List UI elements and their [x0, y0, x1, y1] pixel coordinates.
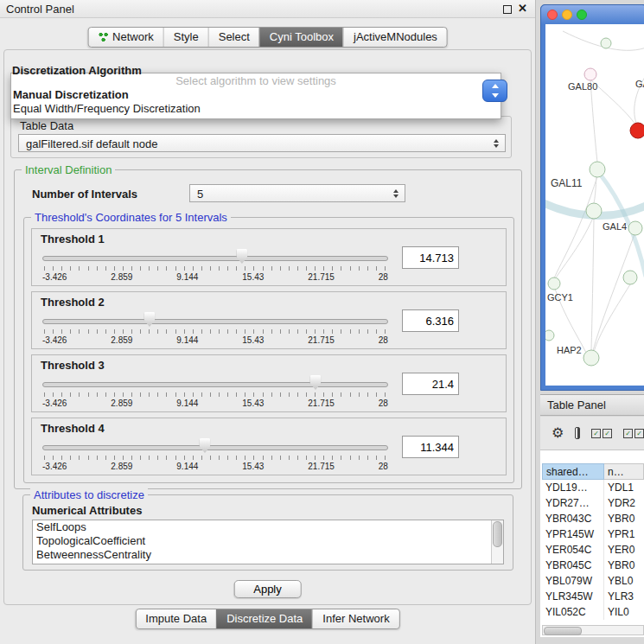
node[interactable]	[545, 330, 554, 341]
bottom-tab-infer-network[interactable]: Infer Network	[312, 609, 399, 628]
tick-label: -3.426	[42, 399, 67, 408]
tab-cyni-toolbox[interactable]: Cyni Toolbox	[259, 28, 343, 47]
traffic-lights	[547, 10, 587, 20]
dropdown-option-equal-width[interactable]: Equal Width/Frequency Discretization	[11, 102, 501, 116]
attributes-group: Attributes to discretize Numerical Attri…	[22, 494, 513, 571]
mac-minimize-icon[interactable]	[562, 10, 572, 20]
node-label-gcy1: GCY1	[547, 292, 573, 303]
node-gal11[interactable]	[590, 162, 605, 177]
threshold-slider[interactable]: -3.4262.8599.14415.4321.71528	[42, 248, 388, 284]
node[interactable]	[628, 221, 642, 235]
threshold-value-input[interactable]	[402, 436, 459, 458]
select-columns-icon[interactable]: ✓ ✓	[591, 429, 612, 438]
node[interactable]	[623, 271, 637, 284]
tab-jactivemnodules[interactable]: jActiveMNodules	[343, 28, 447, 47]
bottom-tab-discretize-data[interactable]: Discretize Data	[216, 609, 312, 628]
columns-icon[interactable]	[575, 427, 580, 439]
horizontal-scrollbar[interactable]	[542, 625, 644, 635]
node[interactable]	[601, 38, 611, 48]
mac-close-icon[interactable]	[547, 10, 558, 20]
threshold-group: Threshold 4 -3.4262.8599.14415.4321.7152…	[31, 418, 507, 475]
network-window-titlebar[interactable]	[541, 5, 644, 24]
threshold-value-input[interactable]	[402, 309, 459, 332]
slider-ticks	[44, 392, 386, 397]
apply-button[interactable]: Apply	[233, 580, 302, 598]
control-panel-titlebar[interactable]: Control Panel ✕	[0, 0, 535, 18]
network-tab-icon	[98, 32, 108, 42]
gear-icon[interactable]: ⚙	[552, 426, 564, 440]
table-data-label: Table Data	[20, 119, 73, 132]
table-cell: YDR2	[604, 495, 644, 511]
table-cell: YDL19…	[542, 480, 604, 495]
tick-label: 15.43	[242, 335, 264, 345]
threshold-value-input[interactable]	[402, 246, 459, 269]
slider-tick-labels: -3.4262.8599.14415.4321.71528	[42, 272, 388, 282]
table-data-combobox[interactable]: galFiltered.sif default node	[18, 134, 506, 152]
bottom-tab-impute-data[interactable]: Impute Data	[136, 609, 216, 628]
tick-label: -3.426	[42, 272, 67, 282]
select-all-columns-icon[interactable]: ✓ ✓	[623, 429, 644, 438]
table-row[interactable]: YPR145WYPR1	[542, 526, 644, 542]
scrollbar-thumb[interactable]	[493, 521, 502, 547]
table-row[interactable]: YER054CYER0	[542, 542, 644, 558]
threshold-slider[interactable]: -3.4262.8599.14415.4321.71528	[42, 311, 388, 348]
tick-label: 21.715	[308, 335, 335, 345]
discretization-algorithm-label: Discretization Algorithm	[12, 64, 142, 77]
table-cell: YDL1	[604, 480, 644, 495]
tab-select[interactable]: Select	[208, 28, 259, 47]
node-gal80[interactable]	[584, 68, 596, 80]
threshold-group: Threshold 1 -3.4262.8599.14415.4321.7152…	[31, 228, 507, 286]
interval-definition-title: Interval Definition	[22, 163, 115, 176]
table-row[interactable]: YDR27…YDR2	[542, 495, 644, 511]
table-cell: YIL052C	[542, 604, 604, 620]
threshold-slider[interactable]: -3.4262.8599.14415.4321.71528	[42, 437, 388, 474]
slider-track[interactable]	[42, 319, 388, 324]
threshold-value-input[interactable]	[402, 373, 459, 395]
attribute-item[interactable]: TopologicalCoefficient	[33, 534, 503, 548]
slider-track[interactable]	[42, 445, 388, 450]
float-window-icon[interactable]	[503, 5, 512, 14]
slider-thumb[interactable]	[236, 249, 247, 264]
attribute-item[interactable]: SelfLoops	[33, 520, 503, 534]
table-row[interactable]: YBR045CYBR0	[542, 558, 644, 573]
scrollbar-thumb[interactable]	[544, 627, 582, 635]
table-panel-header[interactable]: Table Panel	[540, 394, 644, 416]
algorithm-combobox-stepper[interactable]	[482, 80, 507, 102]
slider-thumb[interactable]	[143, 312, 155, 327]
mac-zoom-icon[interactable]	[577, 10, 587, 20]
node-gal4[interactable]	[586, 203, 602, 219]
slider-thumb[interactable]	[199, 438, 210, 453]
table-row[interactable]: YDL19…YDL1	[542, 480, 644, 495]
checkbox-icon: ✓	[634, 429, 644, 438]
slider-tick-labels: -3.4262.8599.14415.4321.71528	[42, 399, 388, 408]
node-gcy1[interactable]	[548, 277, 560, 290]
tick-label: 2.859	[111, 272, 132, 282]
table-row[interactable]: YLR345WYLR3	[542, 589, 644, 604]
network-canvas[interactable]: GAL80 GA GAL11 GAL4 GCY1 HAP2	[545, 24, 644, 386]
table-header-row: shared… n…	[542, 463, 644, 480]
node-label-gal11: GAL11	[551, 177, 583, 189]
column-header-name[interactable]: n…	[604, 463, 644, 480]
dropdown-option-manual-discretization[interactable]: Manual Discretization	[11, 88, 501, 102]
table-cell: YBR0	[604, 558, 644, 573]
column-header-shared-name[interactable]: shared…	[542, 463, 604, 480]
table-row[interactable]: YBR043CYBR0	[542, 511, 644, 526]
slider-track[interactable]	[42, 256, 388, 261]
threshold-slider[interactable]: -3.4262.8599.14415.4321.71528	[42, 374, 388, 411]
tab-style[interactable]: Style	[163, 28, 208, 47]
table-row[interactable]: YBL079WYBL0	[542, 573, 644, 589]
attribute-item[interactable]: BetweennessCentrality	[33, 548, 503, 562]
close-icon[interactable]: ✕	[518, 2, 527, 15]
tab-network[interactable]: Network	[88, 28, 163, 47]
list-scrollbar[interactable]	[491, 520, 503, 564]
node-red[interactable]	[630, 123, 644, 138]
table-cell: YDR27…	[542, 495, 604, 511]
node-hap2[interactable]	[583, 350, 599, 366]
slider-thumb[interactable]	[309, 375, 321, 390]
numerical-attributes-list[interactable]: SelfLoopsTopologicalCoefficientBetweenne…	[32, 520, 504, 564]
tick-label: 28	[379, 462, 388, 471]
number-of-intervals-combobox[interactable]: 5	[189, 184, 405, 202]
table-row[interactable]: YIL052CYIL0	[542, 604, 644, 620]
slider-track[interactable]	[42, 382, 388, 387]
tick-label: 15.43	[242, 272, 264, 282]
